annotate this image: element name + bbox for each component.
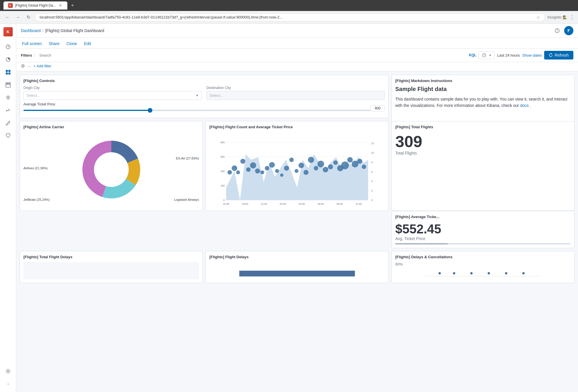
sidebar-item-apm[interactable] [2,130,14,142]
origin-city-control: Origin City Select... ▼ [23,86,202,100]
origin-city-select[interactable]: Select... ▼ [23,91,202,100]
svg-text:0: 0 [371,199,373,202]
browser-tab[interactable]: K [Flights] Global Flight Da... ✕ [3,1,67,10]
avg-ticket-price-control: Average Ticket Price 900 [23,102,385,111]
full-screen-link[interactable]: Full screen [21,39,43,48]
sidebar: K → [0,24,16,392]
menu-icon[interactable]: ⋮ [569,14,575,21]
cancellations-pct: 60% [395,262,571,266]
bookmark-icon[interactable]: ☆ [536,15,540,20]
help-button[interactable]: ? [553,26,562,35]
refresh-button[interactable]: Refresh [544,51,573,60]
back-button[interactable]: ← [3,13,12,21]
svg-point-66 [304,170,309,175]
ml-icon [5,108,11,113]
settings-icon [5,369,11,374]
sidebar-item-discover[interactable] [2,41,14,53]
svg-text:0: 0 [223,199,225,202]
svg-point-56 [255,168,260,173]
svg-point-68 [314,166,318,170]
breadcrumb-dashboard[interactable]: Dashboard [21,28,41,33]
svg-text:18:00: 18:00 [242,202,248,205]
svg-text:800: 800 [221,141,225,144]
search-input[interactable] [39,53,467,57]
close-tab-icon[interactable]: ✕ [58,3,63,8]
svg-point-54 [246,167,250,172]
svg-text:600: 600 [221,155,225,158]
svg-point-77 [357,159,362,164]
dashboard-content: [Flights] Controls Origin City Select...… [16,71,578,392]
total-flights-count: 309 [395,132,571,151]
destination-city-select[interactable]: Select... [206,91,385,100]
time-icon-arrow: ▼ [489,54,492,57]
total-flights-panel: [Flights] Total Flights 309 Total Flight… [392,121,575,211]
refresh-label: Refresh [555,53,569,57]
refresh-icon [549,53,553,57]
slider-thumb[interactable] [148,108,152,113]
svg-point-55 [250,162,256,168]
destination-city-placeholder: Select... [210,93,223,98]
docs-link[interactable]: docs [520,103,529,108]
sidebar-item-dashboard[interactable] [2,66,14,78]
user-avatar[interactable]: F [564,26,573,35]
sidebar-item-arrow[interactable]: → [2,378,14,390]
add-filter-button[interactable]: + Add filter [34,64,51,68]
slider-value-box: 900 [370,105,385,112]
forward-button[interactable]: → [14,13,22,21]
cancellations-scatter [395,267,571,279]
airline-panel-title: [Flights] Airline Carrier [23,125,199,129]
donut-chart [82,141,140,198]
svg-point-50 [228,170,232,174]
share-link[interactable]: Share [47,39,60,48]
dashboard-grid: [Flights] Controls Origin City Select...… [20,75,575,248]
clock-icon [482,53,486,57]
svg-text:15:00: 15:00 [223,202,229,205]
kql-badge[interactable]: KQL [469,53,476,57]
total-flights-label: Total Flights [395,151,571,155]
sidebar-item-maps[interactable] [2,92,14,103]
delays-chart-placeholder [23,262,199,279]
time-picker[interactable]: ▼ [479,51,495,59]
bottom-panels: [Flights] Total Flight Delays [Flights] … [20,251,575,283]
filter-separator: — [27,64,31,68]
markdown-text2: . [530,103,531,108]
show-dates-button[interactable]: Show dates [522,53,542,57]
nav-bar: ← → ↻ localhost:5601/app/kibana#/dashboa… [0,11,578,24]
svg-point-72 [333,160,338,165]
sidebar-item-canvas[interactable] [2,79,14,91]
filter-gear-icon[interactable]: ⚙ [21,63,25,69]
markdown-body: This dashboard contains sample data for … [395,96,571,109]
sidebar-item-ml[interactable] [2,105,14,116]
filter-row: ⚙ — + Add filter [16,62,578,71]
new-tab-button[interactable]: + [71,3,74,9]
flight-count-chart: Average Ticket Price Flight Count 0 200 … [209,132,385,207]
main-content: Dashboard / [Flights] Global Flight Dash… [16,24,578,392]
slider-fill [23,110,150,111]
svg-point-53 [240,159,245,164]
address-bar[interactable]: localhost:5601/app/kibana#/dashboard/7ad… [35,13,545,21]
tab-title: [Flights] Global Flight Da... [15,3,56,8]
sidebar-item-devtools[interactable] [2,117,14,129]
controls-grid: Origin City Select... ▼ Destination City… [23,86,385,100]
breadcrumb: Dashboard / [Flights] Global Flight Dash… [21,28,104,33]
avg-ticket-panel: [Flights] Average Ticke... $552.45 Avg. … [392,211,575,248]
panel-scrollbar [395,243,571,244]
svg-text:timestamp per 30 minutes: timestamp per 30 minutes [281,207,313,207]
donut-chart-container: ​Airlines (21.36%) ES-Air (27.83%) JetBe… [23,132,199,207]
app-logo[interactable]: K [2,26,14,38]
delays-cancellations-title: [Flights] Delays & Cancellations [395,255,571,259]
wrench-icon [5,120,11,126]
svg-text:06:00: 06:00 [318,202,324,205]
svg-point-74 [341,161,349,169]
avg-ticket-label: Avg. Ticket Price [395,236,571,241]
reload-button[interactable]: ↻ [24,13,32,21]
sidebar-item-visualize[interactable] [2,54,14,65]
edit-link[interactable]: Edit [83,39,92,48]
svg-point-85 [522,272,525,274]
svg-point-62 [284,166,289,171]
sidebar-item-settings[interactable] [2,365,14,377]
airline-panel: [Flights] Airline Carrier ​Airlines (21.… [20,121,203,211]
origin-city-placeholder: Select... [27,93,40,98]
svg-text:03:00: 03:00 [299,202,305,205]
clone-link[interactable]: Clone [65,39,78,48]
